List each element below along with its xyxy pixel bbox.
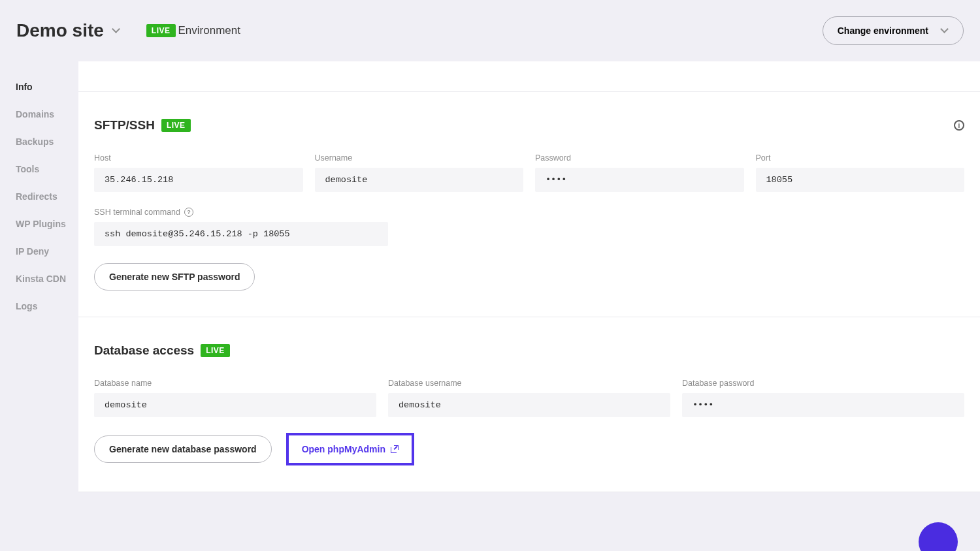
host-label: Host [94, 153, 303, 163]
generate-sftp-password-button[interactable]: Generate new SFTP password [94, 263, 255, 291]
db-password-field: Database password •••• [682, 379, 964, 417]
page-header: Demo site LIVE Environment Change enviro… [0, 0, 980, 61]
host-value[interactable]: 35.246.15.218 [94, 168, 303, 192]
sidebar-item-domains[interactable]: Domains [16, 101, 78, 128]
password-value[interactable]: •••• [535, 168, 744, 192]
sidebar-item-ip-deny[interactable]: IP Deny [16, 238, 78, 265]
sidebar-item-backups[interactable]: Backups [16, 128, 78, 155]
ssh-command-value[interactable]: ssh demosite@35.246.15.218 -p 18055 [94, 222, 388, 246]
db-username-field: Database username demosite [388, 379, 670, 417]
chevron-down-icon [941, 27, 949, 35]
live-badge: LIVE [161, 119, 191, 132]
change-environment-button[interactable]: Change environment [823, 16, 964, 45]
sidebar-item-kinsta-cdn[interactable]: Kinsta CDN [16, 265, 78, 292]
open-phpmyadmin-button[interactable]: Open phpMyAdmin [286, 433, 414, 465]
sftp-section-title: SFTP/SSH [94, 118, 155, 133]
database-section-title: Database access [94, 343, 194, 358]
db-password-label: Database password [682, 379, 964, 388]
sidebar-item-info[interactable]: Info [16, 73, 78, 101]
db-name-label: Database name [94, 379, 376, 388]
sftp-section: SFTP/SSH LIVE i Host 35.246.15.218 Usern… [78, 92, 980, 317]
password-label: Password [535, 153, 744, 163]
password-field: Password •••• [535, 153, 744, 192]
sidebar-item-redirects[interactable]: Redirects [16, 183, 78, 210]
main-content: SFTP/SSH LIVE i Host 35.246.15.218 Usern… [78, 61, 980, 492]
generate-db-password-button[interactable]: Generate new database password [94, 435, 272, 463]
partial-section-top [78, 61, 980, 92]
username-field: Username demosite [315, 153, 524, 192]
external-link-icon [391, 445, 399, 453]
db-username-value[interactable]: demosite [388, 393, 670, 417]
username-label: Username [315, 153, 524, 163]
sidebar-item-logs[interactable]: Logs [16, 292, 78, 320]
db-password-value[interactable]: •••• [682, 393, 964, 417]
host-field: Host 35.246.15.218 [94, 153, 303, 192]
chevron-down-icon[interactable] [113, 27, 120, 35]
db-name-value[interactable]: demosite [94, 393, 376, 417]
live-badge: LIVE [146, 24, 176, 37]
live-badge: LIVE [201, 344, 230, 357]
change-environment-label: Change environment [838, 25, 928, 36]
port-value[interactable]: 18055 [756, 168, 965, 192]
port-label: Port [756, 153, 965, 163]
info-icon[interactable]: i [954, 120, 964, 131]
db-name-field: Database name demosite [94, 379, 376, 417]
sidebar-item-tools[interactable]: Tools [16, 155, 78, 183]
sidebar-item-wp-plugins[interactable]: WP Plugins [16, 210, 78, 238]
username-value[interactable]: demosite [315, 168, 524, 192]
help-icon[interactable]: ? [184, 208, 193, 217]
port-field: Port 18055 [756, 153, 965, 192]
environment-label: Environment [178, 24, 240, 37]
db-username-label: Database username [388, 379, 670, 388]
sidebar: Info Domains Backups Tools Redirects WP … [0, 61, 78, 492]
ssh-command-label: SSH terminal command ? [94, 208, 964, 217]
site-title: Demo site [16, 20, 104, 41]
database-section: Database access LIVE Database name demos… [78, 317, 980, 492]
phpmyadmin-label: Open phpMyAdmin [302, 444, 385, 454]
header-left: Demo site LIVE Environment [16, 20, 240, 41]
